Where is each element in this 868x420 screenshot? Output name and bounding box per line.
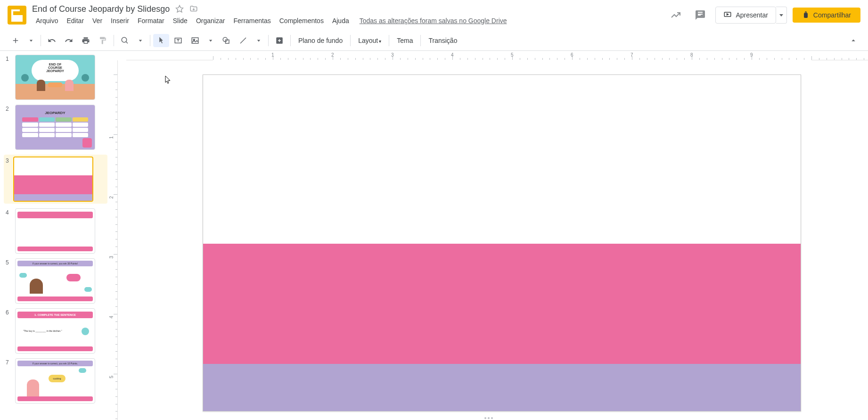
- slide-number: 3: [4, 156, 13, 202]
- move-folder-icon[interactable]: [189, 5, 198, 13]
- svg-marker-7: [139, 40, 142, 41]
- slide-thumb[interactable]: [15, 208, 95, 254]
- zoom-dropdown[interactable]: [134, 34, 147, 47]
- svg-marker-2: [727, 14, 729, 15]
- slide-thumb[interactable]: END OF COURSE JEOPARDY: [15, 55, 95, 100]
- chevron-down-icon: ▾: [379, 39, 381, 44]
- select-tool[interactable]: [153, 34, 169, 47]
- slide-thumbnail-7[interactable]: 7 If your answer is correct, you win 10 …: [6, 358, 107, 404]
- undo-button[interactable]: [44, 34, 60, 47]
- separator: [290, 35, 291, 46]
- slide-number: 1: [6, 55, 15, 100]
- svg-line-6: [126, 41, 128, 43]
- vertical-ruler[interactable]: 12345: [109, 60, 118, 420]
- activity-icon[interactable]: [666, 6, 685, 25]
- slide-thumbnail-4[interactable]: 4: [6, 208, 107, 254]
- toolbar: Plano de fundo Layout▾ Tema Transição: [0, 30, 868, 51]
- slide-thumbnail-3[interactable]: 3: [4, 155, 107, 204]
- image-dropdown[interactable]: [204, 34, 217, 47]
- svg-marker-0: [176, 6, 183, 12]
- line-tool[interactable]: [235, 34, 251, 47]
- comments-icon[interactable]: [691, 6, 710, 25]
- slide-thumb[interactable]: 1. COMPLETE THE SENTENCE "The boy is ___…: [15, 308, 95, 354]
- slide-number: 6: [6, 308, 15, 354]
- slide-thumbnail-5[interactable]: 5 If your answer is correct, you win 30 …: [6, 258, 107, 304]
- paint-format-button[interactable]: [95, 34, 111, 47]
- separator: [268, 35, 269, 46]
- slide-thumbnail-2[interactable]: 2 JEOPARDY: [6, 105, 107, 150]
- app-header: End of Course Jeopardy by Slidesgo Arqui…: [0, 0, 868, 30]
- cursor-icon: [165, 75, 172, 84]
- present-label: Apresentar: [736, 11, 768, 19]
- menu-bar: Arquivo Editar Ver Inserir Formatar Slid…: [32, 15, 666, 26]
- slides-logo[interactable]: [8, 6, 26, 25]
- header-right: Apresentar Compartilhar: [666, 6, 860, 25]
- svg-line-16: [240, 38, 246, 43]
- menu-ver[interactable]: Ver: [89, 15, 106, 26]
- star-icon[interactable]: [175, 5, 184, 13]
- zoom-button[interactable]: [117, 34, 133, 47]
- purple-band[interactable]: [203, 364, 801, 411]
- separator: [389, 35, 389, 46]
- slide-thumb[interactable]: [13, 156, 93, 202]
- line-dropdown[interactable]: [252, 34, 265, 47]
- shape-tool[interactable]: [218, 34, 234, 47]
- slide-thumb[interactable]: JEOPARDY: [15, 105, 95, 150]
- new-slide-button[interactable]: [8, 34, 24, 47]
- comment-button[interactable]: [271, 34, 287, 47]
- doc-title-row: End of Course Jeopardy by Slidesgo: [32, 4, 666, 14]
- separator: [350, 35, 351, 46]
- textbox-tool[interactable]: [170, 34, 186, 47]
- svg-marker-4: [30, 40, 33, 41]
- new-slide-dropdown[interactable]: [25, 34, 38, 47]
- canvas-background[interactable]: [118, 60, 868, 420]
- speaker-notes-handle[interactable]: [482, 417, 496, 419]
- slide-number: 4: [6, 208, 15, 254]
- slide-thumb[interactable]: If your answer is correct, you win 10 Po…: [15, 358, 95, 404]
- pink-band[interactable]: [203, 244, 801, 365]
- filmstrip[interactable]: 1 END OF COURSE JEOPARDY 2 JEOPARDY: [0, 51, 109, 420]
- slide-number: 5: [6, 258, 15, 304]
- slide-number: 2: [6, 105, 15, 150]
- svg-marker-13: [209, 40, 212, 41]
- separator: [114, 35, 114, 46]
- present-dropdown[interactable]: [776, 7, 787, 24]
- menu-editar[interactable]: Editar: [63, 15, 88, 26]
- collapse-toolbar-icon[interactable]: [846, 33, 860, 48]
- menu-slide[interactable]: Slide: [169, 15, 191, 26]
- title-area: End of Course Jeopardy by Slidesgo Arqui…: [32, 4, 666, 26]
- layout-button[interactable]: Layout▾: [353, 34, 386, 47]
- svg-marker-3: [779, 14, 783, 16]
- horizontal-ruler[interactable]: 123456789: [126, 51, 868, 60]
- theme-button[interactable]: Tema: [392, 34, 418, 47]
- slide-thumbnail-1[interactable]: 1 END OF COURSE JEOPARDY: [6, 55, 107, 100]
- share-button[interactable]: Compartilhar: [793, 8, 860, 23]
- slide-thumb[interactable]: If your answer is correct, you win 30 Po…: [15, 258, 95, 304]
- menu-organizar[interactable]: Organizar: [192, 15, 229, 26]
- share-label: Compartilhar: [813, 11, 851, 19]
- print-button[interactable]: [78, 34, 94, 47]
- menu-ferramentas[interactable]: Ferramentas: [229, 15, 274, 26]
- slide-number: 7: [6, 358, 15, 404]
- svg-marker-17: [257, 40, 260, 41]
- canvas-area[interactable]: 123456789 12345: [109, 51, 868, 420]
- save-status[interactable]: Todas as alterações foram salvas no Goog…: [360, 15, 507, 26]
- svg-point-5: [122, 37, 127, 42]
- image-tool[interactable]: [187, 34, 203, 47]
- menu-inserir[interactable]: Inserir: [107, 15, 133, 26]
- separator: [150, 35, 150, 46]
- menu-complementos[interactable]: Complementos: [276, 15, 328, 26]
- transition-button[interactable]: Transição: [424, 34, 462, 47]
- separator: [41, 35, 41, 46]
- redo-button[interactable]: [61, 34, 77, 47]
- menu-formatar[interactable]: Formatar: [134, 15, 168, 26]
- menu-ajuda[interactable]: Ajuda: [328, 15, 353, 26]
- main-area: 1 END OF COURSE JEOPARDY 2 JEOPARDY: [0, 51, 868, 420]
- menu-arquivo[interactable]: Arquivo: [32, 15, 62, 26]
- separator: [420, 35, 421, 46]
- slide-canvas[interactable]: [203, 74, 801, 412]
- present-button[interactable]: Apresentar: [715, 7, 776, 24]
- background-button[interactable]: Plano de fundo: [294, 34, 347, 47]
- slide-thumbnail-6[interactable]: 6 1. COMPLETE THE SENTENCE "The boy is _…: [6, 308, 107, 354]
- doc-title[interactable]: End of Course Jeopardy by Slidesgo: [32, 4, 170, 14]
